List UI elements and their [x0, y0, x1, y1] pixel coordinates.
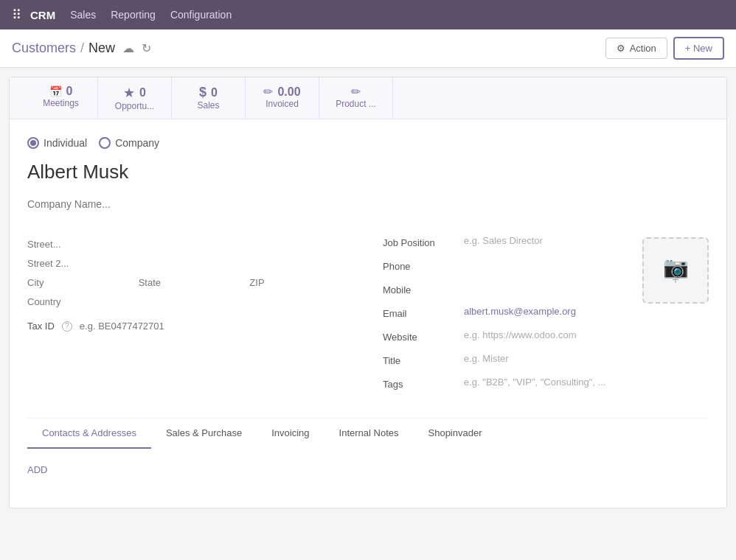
tax-id-input[interactable]	[80, 321, 204, 332]
tags-row: Tags	[383, 377, 709, 390]
breadcrumb-customers-link[interactable]: Customers	[12, 41, 76, 56]
country-input[interactable]	[27, 293, 353, 312]
cloud-upload-icon[interactable]: ☁	[122, 41, 134, 55]
email-row: Email	[383, 306, 709, 319]
top-navigation: ⠿ CRM Sales Reporting Configuration	[0, 0, 736, 29]
tab-contacts-addresses[interactable]: Contacts & Addresses	[27, 419, 151, 449]
tabs-bar: Contacts & Addresses Sales & Purchase In…	[27, 418, 709, 449]
street2-input[interactable]	[27, 254, 353, 273]
radio-company-circle	[99, 137, 111, 149]
smart-btn-product[interactable]: ✏ Product ...	[319, 77, 393, 119]
radio-individual[interactable]: Individual	[27, 137, 87, 149]
email-input[interactable]	[464, 306, 709, 317]
tags-input[interactable]	[464, 377, 709, 388]
breadcrumb-separator: /	[80, 41, 84, 56]
breadcrumb-bar: Customers / New ☁ ↻ ⚙ Action + New	[0, 29, 736, 68]
nav-configuration[interactable]: Configuration	[170, 9, 232, 21]
new-button[interactable]: + New	[673, 37, 724, 60]
nav-sales[interactable]: Sales	[70, 9, 96, 21]
smart-buttons-bar: 📅 0 Meetings ★ 0 Opportu... $ 0 Sales ✏ …	[10, 77, 726, 119]
breadcrumb-icons: ☁ ↻	[122, 41, 151, 55]
tab-shopinvader[interactable]: Shopinvader	[414, 419, 497, 449]
dollar-icon: $	[199, 85, 206, 100]
gear-icon: ⚙	[617, 43, 625, 54]
customer-name-input[interactable]	[27, 158, 709, 186]
state-input[interactable]	[139, 273, 243, 293]
breadcrumb: Customers / New ☁ ↻	[12, 41, 605, 56]
action-button[interactable]: ⚙ Action	[605, 38, 667, 59]
type-radio-group: Individual Company	[27, 137, 709, 149]
tab-internal-notes[interactable]: Internal Notes	[324, 419, 414, 449]
street-input[interactable]	[27, 235, 353, 254]
apps-icon[interactable]: ⠿	[12, 7, 21, 23]
avatar-upload[interactable]: 📷 +	[642, 237, 709, 304]
smart-btn-opportunities[interactable]: ★ 0 Opportu...	[98, 77, 172, 119]
title-input[interactable]	[464, 353, 709, 364]
form-body: Individual Company 📷 +	[10, 119, 726, 508]
smart-btn-meetings[interactable]: 📅 0 Meetings	[24, 77, 98, 119]
address-section: Tax ID ?	[27, 235, 353, 400]
nav-reporting[interactable]: Reporting	[111, 9, 156, 21]
company-name-input[interactable]	[27, 198, 249, 210]
tab-invoicing[interactable]: Invoicing	[257, 419, 324, 449]
title-row: Title	[383, 353, 709, 366]
add-icon: +	[672, 273, 678, 287]
calendar-icon: 📅	[49, 85, 62, 97]
tax-id-row: Tax ID ?	[27, 321, 353, 332]
breadcrumb-current: New	[88, 41, 115, 56]
tab-content-contacts: ADD	[27, 449, 709, 490]
smart-btn-sales[interactable]: $ 0 Sales	[172, 77, 246, 119]
radio-company[interactable]: Company	[99, 137, 159, 149]
star-icon: ★	[123, 85, 135, 101]
radio-individual-circle	[27, 137, 39, 149]
tab-sales-purchase[interactable]: Sales & Purchase	[151, 419, 257, 449]
tax-help-icon[interactable]: ?	[62, 321, 72, 332]
city-input[interactable]	[27, 273, 131, 293]
website-input[interactable]	[464, 329, 709, 340]
smart-btn-invoiced[interactable]: ✏ 0.00 Invoiced	[246, 77, 319, 119]
product-icon: ✏	[351, 85, 361, 99]
brand-label[interactable]: CRM	[30, 9, 55, 21]
refresh-icon[interactable]: ↻	[142, 41, 151, 55]
edit-invoice-icon: ✏	[263, 85, 273, 99]
zip-input[interactable]	[249, 273, 353, 293]
add-button[interactable]: ADD	[27, 464, 47, 475]
website-row: Website	[383, 329, 709, 343]
